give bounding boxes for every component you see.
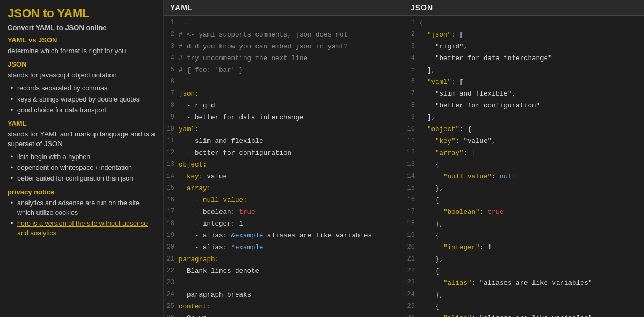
yaml-line-11: 11 - slim and flexible (164, 136, 404, 148)
json-line-17: 17 "boolean": true (404, 207, 644, 219)
json-bullet-1: records separated by commas (10, 83, 156, 93)
yaml-vs-json-text: determine which format is right for you (8, 46, 156, 56)
json-line-14: 14 "null_value": null (404, 171, 644, 183)
json-line-8: 8 "better for configuration" (404, 100, 644, 112)
yaml-bullet-2: dependent on whitespace / indentation (10, 163, 156, 172)
json-bullet-list: records separated by commas keys & strin… (8, 83, 156, 114)
json-line-23: 23 "alias": "aliases are like variables" (404, 278, 644, 290)
json-line-5: 5 ], (404, 65, 644, 77)
yaml-lines: 1---2# <- yaml supports comments, json d… (164, 18, 404, 317)
yaml-code-content[interactable]: 1---2# <- yaml supports comments, json d… (164, 16, 404, 317)
json-panel: JSON 1{2 "json": [3 "rigid",4 "better fo… (404, 0, 644, 317)
yaml-line-13: 13object: (164, 160, 404, 171)
privacy-bullet-list: analytics and adsense are run on the sit… (8, 198, 156, 239)
json-line-3: 3 "rigid", (404, 41, 644, 53)
json-line-7: 7 "slim and flexible", (404, 89, 644, 100)
json-desc: stands for javascript object notation (8, 70, 156, 80)
yaml-bullet-1: lists begin with a hyphen (10, 152, 156, 162)
yaml-line-19: 19 - alias: &example aliases are like va… (164, 230, 404, 242)
json-line-12: 12 "array": [ (404, 148, 644, 160)
yaml-line-5: 5# { foo: 'bar' } (164, 65, 404, 77)
json-panel-header: JSON (404, 0, 644, 16)
json-line-2: 2 "json": [ (404, 30, 644, 41)
code-panels: YAML 1---2# <- yaml supports comments, j… (164, 0, 644, 317)
json-line-13: 13 { (404, 160, 644, 171)
app-subtitle: Convert YAML to JSON online (8, 24, 156, 32)
json-bullet-3: good choice for data transport (10, 105, 156, 115)
app-title: JSON to YAML (8, 6, 156, 20)
yaml-line-6: 6 (164, 77, 404, 89)
yaml-line-1: 1--- (164, 18, 404, 30)
json-line-6: 6 "yaml": [ (404, 77, 644, 89)
yaml-line-20: 20 - alias: *example (164, 242, 404, 254)
json-line-26: 26 "alias": "aliases are like variables" (404, 313, 644, 317)
yaml-line-3: 3# did you know you can embed json in ya… (164, 41, 404, 53)
yaml-bullet-3: better suited for configuration than jso… (10, 174, 156, 183)
privacy-link[interactable]: here is a version of the site without ad… (17, 220, 148, 237)
yaml-line-26: 26 Or we (164, 313, 404, 317)
yaml-line-7: 7json: (164, 89, 404, 100)
yaml-panel-header: YAML (164, 0, 404, 16)
yaml-line-10: 10yaml: (164, 124, 404, 136)
privacy-bullet-1: analytics and adsense are run on the sit… (10, 198, 156, 218)
json-line-11: 11 "key": "value", (404, 136, 644, 148)
yaml-line-17: 17 - boolean: true (164, 207, 404, 219)
yaml-panel: YAML 1---2# <- yaml supports comments, j… (164, 0, 404, 317)
yaml-line-14: 14 key: value (164, 171, 404, 183)
json-line-10: 10 "object": { (404, 124, 644, 136)
privacy-heading: privacy notice (8, 188, 156, 196)
yaml-line-9: 9 - better for data interchange (164, 112, 404, 124)
yaml-line-22: 22 Blank lines denote (164, 266, 404, 278)
yaml-bullet-list: lists begin with a hyphen dependent on w… (8, 152, 156, 183)
yaml-line-24: 24 paragraph breaks (164, 290, 404, 301)
json-line-1: 1{ (404, 18, 644, 30)
yaml-line-16: 16 - null_value: (164, 195, 404, 207)
json-heading: JSON (8, 60, 156, 68)
json-line-25: 25 { (404, 301, 644, 313)
yaml-line-25: 25content: (164, 301, 404, 313)
privacy-bullet-2: here is a version of the site without ad… (10, 219, 156, 238)
json-line-16: 16 { (404, 195, 644, 207)
json-line-24: 24 }, (404, 290, 644, 301)
yaml-line-2: 2# <- yaml supports comments, json does … (164, 30, 404, 41)
sidebar: JSON to YAML Convert YAML to JSON online… (0, 0, 164, 317)
json-bullet-2: keys & strings wrapped by double quotes (10, 95, 156, 104)
json-line-9: 9 ], (404, 112, 644, 124)
yaml-desc: stands for YAML ain't markup language an… (8, 129, 156, 149)
yaml-line-8: 8 - rigid (164, 100, 404, 112)
json-line-18: 18 }, (404, 219, 644, 230)
json-line-19: 19 { (404, 230, 644, 242)
yaml-line-21: 21paragraph: (164, 254, 404, 266)
json-code-content[interactable]: 1{2 "json": [3 "rigid",4 "better for dat… (404, 16, 644, 317)
yaml-line-15: 15 array: (164, 183, 404, 195)
yaml-line-23: 23 (164, 278, 404, 290)
yaml-line-4: 4# try uncommenting the next line (164, 53, 404, 65)
yaml-line-12: 12 - better for configuration (164, 148, 404, 160)
yaml-vs-json-heading: YAML vs JSON (8, 36, 156, 44)
yaml-line-18: 18 - integer: 1 (164, 219, 404, 230)
json-line-15: 15 }, (404, 183, 644, 195)
json-line-21: 21 }, (404, 254, 644, 266)
json-line-4: 4 "better for data interchange" (404, 53, 644, 65)
json-line-22: 22 { (404, 266, 644, 278)
json-lines: 1{2 "json": [3 "rigid",4 "better for dat… (404, 18, 644, 317)
json-line-20: 20 "integer": 1 (404, 242, 644, 254)
yaml-heading: YAML (8, 119, 156, 127)
